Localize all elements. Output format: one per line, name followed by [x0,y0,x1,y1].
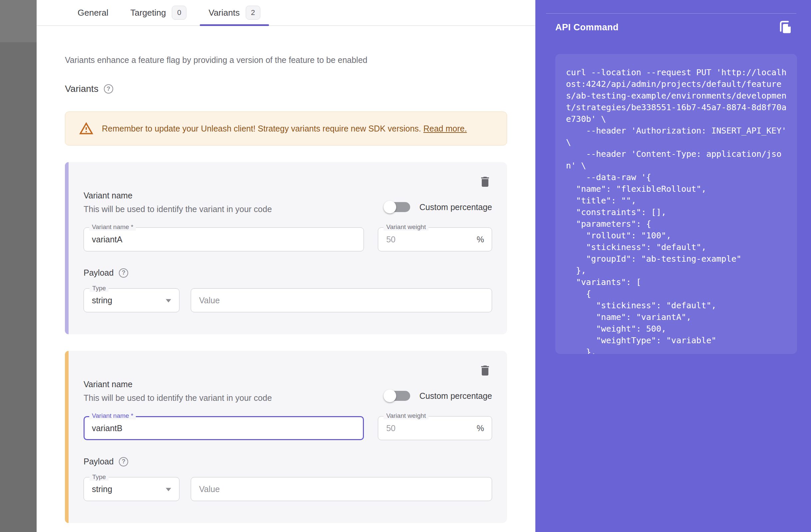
payload-label: Payload [83,457,113,467]
variants-section-title: Variants [65,83,98,94]
variant-name-field-label: Variant name * [89,412,136,420]
payload-value-field [191,288,492,312]
variant-weight-field-label: Variant weight [384,412,428,420]
payload-type-label: Type [90,473,109,481]
variant-name-description: This will be used to identify the varian… [83,393,272,403]
custom-percentage-label: Custom percentage [419,391,492,401]
variant-name-field-label: Variant name * [89,223,136,231]
dimmed-backdrop [0,0,36,532]
variant-weight-field: Variant weight % [378,227,492,252]
variant-name-description: This will be used to identify the varian… [83,204,272,214]
tab-general[interactable]: General [69,0,117,25]
api-command-panel: API Command curl --location --request PU… [535,0,811,532]
panel-divider [546,13,796,14]
api-command-title: API Command [555,22,618,33]
trash-icon [478,175,492,188]
variants-help-icon[interactable]: ? [104,84,113,93]
custom-percentage-toggle[interactable] [384,390,410,402]
warning-icon [79,121,94,136]
payload-value-input[interactable] [191,288,492,312]
payload-type-value: string [92,484,112,494]
copy-command-button[interactable] [778,19,794,35]
payload-type-label: Type [90,285,109,292]
delete-variant-button[interactable] [478,363,492,378]
variant-name-field: Variant name * [83,227,364,252]
variant-weight-input [378,227,492,252]
payload-type-select[interactable]: Type string [83,288,180,312]
variants-description: Variants enhance a feature flag by provi… [65,55,507,65]
api-command-code-block: curl --location --request PUT 'http://lo… [555,54,797,354]
dimmed-backdrop-header [0,0,36,42]
payload-help-icon[interactable]: ? [119,268,128,278]
delete-variant-button[interactable] [478,174,492,189]
edit-strategy-panel: General Targeting 0 Variants 2 Variants … [36,0,535,532]
tab-targeting[interactable]: Targeting 0 [122,0,196,25]
variant-name-field: Variant name * [83,416,364,440]
warning-text: Remember to update your Unleash client! … [102,124,467,134]
variant-name-input[interactable] [83,227,364,252]
payload-type-select[interactable]: Type string [83,477,180,501]
variant-card-b: Variant name This will be used to identi… [65,351,507,523]
custom-percentage-toggle[interactable] [384,201,410,213]
variant-name-input[interactable] [83,416,364,440]
chevron-down-icon [166,299,171,303]
variant-name-heading: Variant name [83,380,272,389]
variants-tab-content: Variants enhance a feature flag by provi… [36,55,535,523]
variant-weight-field: Variant weight % [378,416,492,440]
strategy-tabbar: General Targeting 0 Variants 2 [36,0,535,26]
variant-name-heading: Variant name [83,191,272,200]
percent-suffix: % [477,235,484,244]
tab-variants[interactable]: Variants 2 [200,0,269,25]
payload-value-field [191,477,492,501]
tab-targeting-badge: 0 [172,6,186,20]
trash-icon [478,364,492,377]
percent-suffix: % [477,424,484,433]
tab-targeting-label: Targeting [131,7,166,18]
sdk-warning-banner: Remember to update your Unleash client! … [65,111,507,146]
tab-variants-label: Variants [209,7,239,18]
chevron-down-icon [166,488,171,491]
copy-icon [778,20,793,35]
payload-type-value: string [92,295,112,305]
variant-card-a: Variant name This will be used to identi… [65,162,507,334]
toggle-thumb-icon [384,390,396,402]
payload-value-input[interactable] [191,477,492,501]
payload-label: Payload [83,268,113,278]
custom-percentage-label: Custom percentage [419,202,492,212]
tab-variants-badge: 2 [246,6,260,20]
curl-command-text: curl --location --request PUT 'http://lo… [566,66,790,354]
toggle-thumb-icon [384,201,396,213]
variant-weight-field-label: Variant weight [384,223,428,231]
read-more-link[interactable]: Read more. [424,124,467,133]
payload-help-icon[interactable]: ? [119,457,128,467]
variant-weight-input [378,416,492,440]
variants-section-heading: Variants ? [65,83,507,94]
tab-general-label: General [78,7,109,18]
